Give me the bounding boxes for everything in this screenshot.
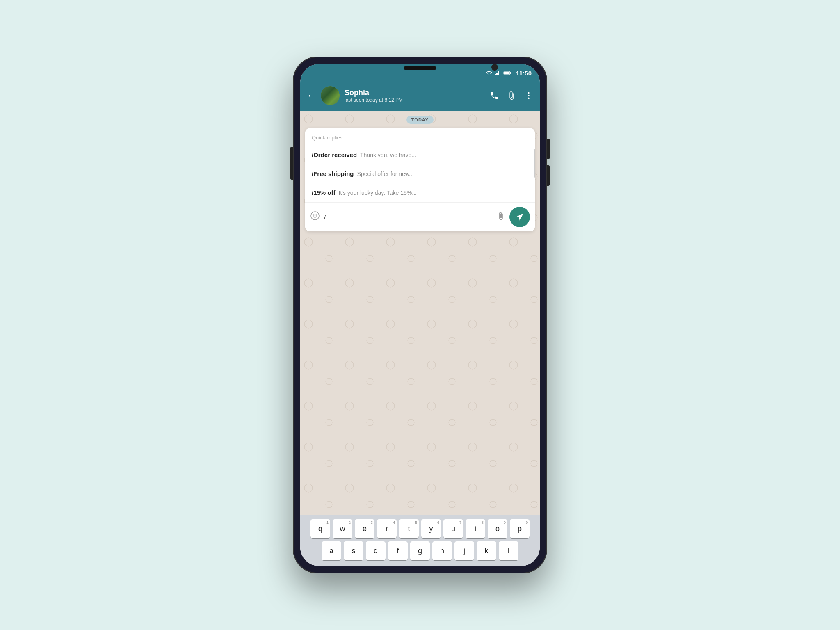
camera	[491, 64, 498, 71]
earpiece	[404, 66, 436, 70]
svg-rect-2	[498, 71, 499, 75]
quick-reply-item[interactable]: /Order received Thank you, we have...	[305, 146, 535, 164]
key-y[interactable]: 6y	[421, 519, 441, 538]
key-k[interactable]: k	[477, 541, 496, 560]
status-time: 11:50	[516, 70, 532, 77]
svg-point-12	[316, 215, 317, 215]
keyboard-row-2: a s d f g h j k l	[303, 541, 537, 560]
key-p[interactable]: 0p	[510, 519, 530, 538]
chat-header: ← Sophia last seen today at 8:12 PM	[300, 82, 540, 111]
svg-rect-0	[495, 74, 496, 75]
battery-icon	[503, 71, 511, 75]
svg-rect-6	[510, 72, 511, 74]
svg-point-7	[528, 92, 530, 94]
status-icons: 11:50	[486, 70, 532, 77]
svg-rect-3	[500, 71, 500, 75]
message-input[interactable]	[324, 214, 492, 221]
signal-icon	[495, 71, 500, 75]
attach-button[interactable]	[496, 212, 505, 223]
send-button[interactable]	[509, 207, 530, 227]
key-w[interactable]: 2w	[333, 519, 352, 538]
key-l[interactable]: l	[499, 541, 518, 560]
quick-reply-item[interactable]: /15% off It's your lucky day. Take 15%..…	[305, 183, 535, 202]
volume-down-button	[547, 165, 550, 186]
input-area	[305, 202, 535, 231]
reply-preview-2: Special offer for new...	[357, 171, 414, 177]
quick-replies-panel: Quick replies /Order received Thank you,…	[305, 128, 535, 231]
wifi-icon	[486, 71, 492, 75]
quick-replies-title: Quick replies	[305, 135, 535, 146]
send-icon	[515, 212, 524, 221]
svg-point-9	[528, 98, 530, 99]
key-g[interactable]: g	[410, 541, 430, 560]
scroll-indicator[interactable]	[533, 146, 535, 202]
power-button	[290, 147, 293, 180]
key-d[interactable]: d	[366, 541, 386, 560]
key-t[interactable]: 5t	[399, 519, 419, 538]
key-i[interactable]: 8i	[466, 519, 485, 538]
key-o[interactable]: 9o	[488, 519, 507, 538]
svg-rect-5	[503, 72, 509, 75]
scroll-thumb	[534, 149, 535, 178]
key-q[interactable]: 1q	[310, 519, 330, 538]
quick-reply-item[interactable]: /Free shipping Special offer for new...	[305, 164, 535, 183]
date-badge: TODAY	[406, 116, 434, 124]
reply-preview-1: Thank you, we have...	[360, 152, 416, 158]
emoji-button[interactable]	[310, 211, 320, 223]
key-j[interactable]: j	[454, 541, 474, 560]
phone-screen: 11:50 ← Sophia last seen today at 8:12 P…	[300, 64, 540, 566]
key-h[interactable]: h	[432, 541, 452, 560]
call-button[interactable]	[490, 91, 499, 100]
svg-point-10	[311, 212, 319, 220]
key-a[interactable]: a	[322, 541, 341, 560]
reply-command-1: /Order received	[312, 151, 357, 158]
key-f[interactable]: f	[388, 541, 408, 560]
key-r[interactable]: 4r	[377, 519, 397, 538]
key-e[interactable]: 3e	[355, 519, 374, 538]
contact-avatar[interactable]	[321, 86, 340, 105]
contact-name: Sophia	[345, 89, 490, 97]
header-actions	[490, 91, 533, 100]
contact-info: Sophia last seen today at 8:12 PM	[345, 89, 490, 103]
chat-body: TODAY Quick replies /Order received Than…	[300, 111, 540, 515]
reply-preview-3: It's your lucky day. Take 15%...	[339, 189, 417, 196]
reply-command-2: /Free shipping	[312, 170, 354, 177]
keyboard-row-1: 1q 2w 3e 4r 5t 6y 7u 8i 9o 0p	[303, 519, 537, 538]
volume-up-button	[547, 139, 550, 159]
keyboard: 1q 2w 3e 4r 5t 6y 7u 8i 9o 0p a s d f g …	[300, 515, 540, 566]
key-s[interactable]: s	[344, 541, 363, 560]
attachment-button[interactable]	[507, 91, 516, 100]
phone-frame: 11:50 ← Sophia last seen today at 8:12 P…	[293, 57, 547, 573]
svg-rect-1	[496, 73, 498, 75]
svg-point-8	[528, 95, 530, 96]
more-options-button[interactable]	[524, 91, 533, 100]
reply-command-3: /15% off	[312, 189, 336, 196]
contact-status: last seen today at 8:12 PM	[345, 97, 490, 103]
back-button[interactable]: ←	[307, 90, 316, 101]
key-u[interactable]: 7u	[443, 519, 463, 538]
svg-point-11	[313, 215, 314, 215]
